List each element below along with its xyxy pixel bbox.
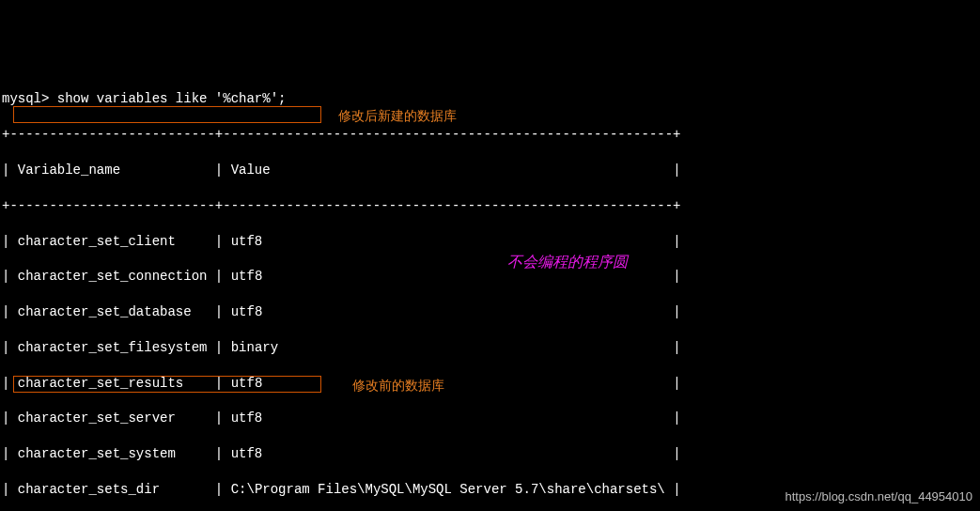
cell-val: utf8 <box>231 269 263 284</box>
cell-var: character_set_filesystem <box>18 340 208 355</box>
cell-val: utf8 <box>231 234 263 249</box>
cell-var: character_set_client <box>18 234 176 249</box>
table-row: | character_set_database | utf8 | <box>2 303 978 321</box>
annotation-after: 修改后新建的数据库 <box>338 107 457 125</box>
table-row: | character_set_server | utf8 | <box>2 410 978 427</box>
highlight-box-1 <box>13 106 321 123</box>
cell-var: character_set_server <box>18 410 176 426</box>
cell-val: utf8 <box>231 410 263 426</box>
cell-var: character_sets_dir <box>18 482 160 497</box>
cell-var: character_set_database <box>18 304 192 319</box>
cell-val: utf8 <box>231 446 263 461</box>
table-row: | character_set_client | utf8 | <box>2 233 978 251</box>
cell-var: character_set_system <box>18 446 176 461</box>
cell-var: character_set_connection <box>18 269 208 284</box>
terminal-output: mysql> show variables like '%char%'; +--… <box>0 71 980 511</box>
source-url: https://blog.csdn.net/qq_44954010 <box>786 488 973 505</box>
cell-val: C:\Program Files\MySQL\MySQL Server 5.7\… <box>231 482 665 497</box>
cell-val: binary <box>231 340 278 355</box>
col-value: Value <box>231 163 271 178</box>
table-border-mid: +--------------------------+------------… <box>2 197 978 215</box>
table-row: | character_set_system | utf8 | <box>2 445 978 463</box>
highlight-box-2 <box>13 376 321 393</box>
table-row: | character_set_connection | utf8 | <box>2 268 978 286</box>
col-variable: Variable_name <box>18 163 120 178</box>
table-header: | Variable_name | Value | <box>2 162 978 179</box>
cell-val: utf8 <box>231 304 263 319</box>
table-border-top: +--------------------------+------------… <box>2 126 978 144</box>
table-row: | character_set_filesystem | binary | <box>2 339 978 357</box>
watermark-text: 不会编程的程序圆 <box>507 252 628 272</box>
annotation-before: 修改前的数据库 <box>352 377 444 395</box>
